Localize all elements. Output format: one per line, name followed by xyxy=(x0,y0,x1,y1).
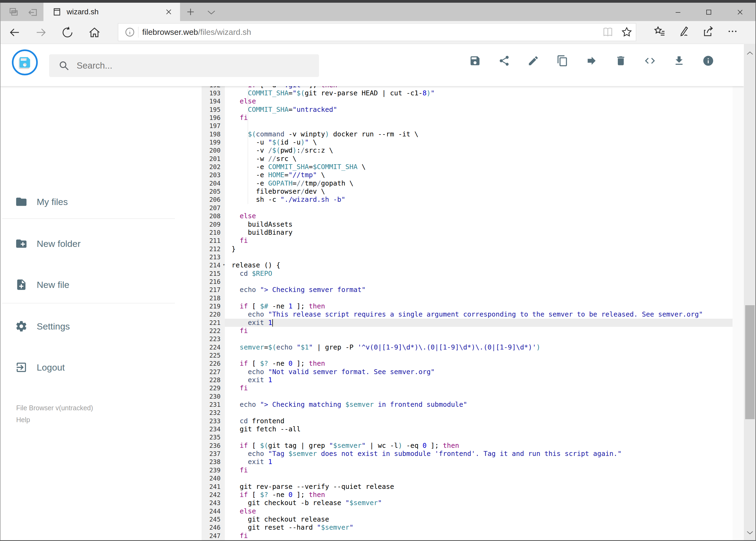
code-text[interactable]: git checkout release xyxy=(225,515,732,523)
tab-preview-chevron-icon[interactable] xyxy=(207,9,216,16)
code-line-222[interactable]: 222 fi xyxy=(202,327,732,335)
code-text[interactable] xyxy=(225,433,732,441)
scroll-up-icon[interactable] xyxy=(746,49,754,58)
scroll-down-icon[interactable] xyxy=(746,528,754,537)
annotate-pen-icon[interactable] xyxy=(677,25,690,38)
file-browser-logo[interactable] xyxy=(12,49,38,75)
code-line-239[interactable]: 239 fi xyxy=(202,466,732,474)
code-text[interactable]: $(command -v winpty) docker run --rm -it… xyxy=(225,130,732,138)
code-text[interactable]: -e GOPATH=//tmp/gopath \ xyxy=(225,179,732,188)
code-line-214[interactable]: 214▾release () { xyxy=(202,261,732,269)
code-text[interactable] xyxy=(225,409,732,417)
code-line-200[interactable]: 200 -v /$(pwd):/src:z \ xyxy=(202,146,732,155)
code-line-228[interactable]: 228 exit 1 xyxy=(202,376,732,384)
minimize-button[interactable] xyxy=(670,5,686,19)
code-line-243[interactable]: 243 git checkout -b release "$semver" xyxy=(202,499,732,507)
code-text[interactable]: -w //src \ xyxy=(225,155,732,163)
code-line-227[interactable]: 227 echo "Not valid semver format. See s… xyxy=(202,368,732,376)
code-text[interactable] xyxy=(225,392,732,400)
move-button[interactable] xyxy=(586,55,598,67)
code-text[interactable]: -u "$(id -u)" \ xyxy=(225,138,732,146)
code-line-224[interactable]: 224 semver=$(echo "$1" | grep -P '^v(0|[… xyxy=(202,343,732,351)
code-text[interactable] xyxy=(225,474,732,482)
code-text[interactable]: -v /$(pwd):/src:z \ xyxy=(225,146,732,155)
code-text[interactable]: buildAssets xyxy=(225,221,732,229)
code-line-226[interactable]: 226 if [ $? -ne 0 ]; then xyxy=(202,359,732,367)
page-scrollbar[interactable] xyxy=(744,44,756,541)
delete-button[interactable] xyxy=(615,55,627,67)
code-text[interactable]: cd frontend xyxy=(225,417,732,425)
code-line-219[interactable]: 219 if [ $# -ne 1 ]; then xyxy=(202,302,732,310)
code-text[interactable] xyxy=(225,204,732,212)
code-text[interactable]: fi xyxy=(225,114,732,122)
share-button[interactable] xyxy=(498,55,510,67)
code-line-247[interactable]: 247 fi xyxy=(202,532,732,540)
code-text[interactable]: fi xyxy=(225,384,732,392)
code-line-231[interactable]: 231 echo "> Checking matching $semver in… xyxy=(202,400,732,409)
code-line-212[interactable]: 212} xyxy=(202,245,732,253)
code-line-235[interactable]: 235 xyxy=(202,433,732,441)
code-line-201[interactable]: 201 -w //src \ xyxy=(202,155,732,163)
reading-view-icon[interactable] xyxy=(602,26,614,38)
code-text[interactable]: echo "Not valid semver format. See semve… xyxy=(225,368,732,376)
code-text[interactable]: -e HOME="//tmp" \ xyxy=(225,171,732,179)
code-text[interactable]: sh -c "./wizard.sh -b" xyxy=(225,196,732,204)
search-input[interactable] xyxy=(76,60,299,71)
code-text[interactable]: COMMIT_SHA="$(git rev-parse HEAD | cut -… xyxy=(225,89,732,97)
code-text[interactable]: exit 1 xyxy=(225,319,732,327)
code-text[interactable]: echo "Tag $semver does not exist in subm… xyxy=(225,450,732,458)
hub-favorites-icon[interactable] xyxy=(653,25,666,38)
code-text[interactable] xyxy=(225,253,732,261)
code-text[interactable] xyxy=(225,294,732,302)
code-text[interactable]: buildBinary xyxy=(225,229,732,237)
sidebar-item-logout[interactable]: Logout xyxy=(0,359,189,376)
code-line-223[interactable]: 223 xyxy=(202,335,732,343)
code-text[interactable]: echo "This release script requires a sin… xyxy=(225,310,732,318)
editor-scrollbar-track[interactable] xyxy=(732,86,744,541)
help-link[interactable]: Help xyxy=(16,416,30,424)
code-line-203[interactable]: 203 -e HOME="//tmp" \ xyxy=(202,171,732,179)
code-text[interactable] xyxy=(225,277,732,286)
code-text[interactable] xyxy=(225,335,732,343)
code-line-208[interactable]: 208 else xyxy=(202,212,732,220)
address-bar[interactable]: filebrowser.web/files/wizard.sh xyxy=(118,23,636,41)
code-editor[interactable]: 192 if [ -d ".git" ]; then193 COMMIT_SHA… xyxy=(202,86,732,541)
code-line-193[interactable]: 193 COMMIT_SHA="$(git rev-parse HEAD | c… xyxy=(202,89,732,97)
code-text[interactable]: if [ -d ".git" ]; then xyxy=(225,86,732,89)
code-text[interactable]: git checkout -b release "$semver" xyxy=(225,499,732,507)
code-line-192[interactable]: 192 if [ -d ".git" ]; then xyxy=(202,86,732,89)
forward-icon[interactable] xyxy=(35,26,48,39)
code-line-198[interactable]: 198 $(command -v winpty) docker run --rm… xyxy=(202,130,732,138)
code-line-230[interactable]: 230 xyxy=(202,392,732,400)
code-line-220[interactable]: 220 echo "This release script requires a… xyxy=(202,310,732,318)
code-line-211[interactable]: 211 fi xyxy=(202,237,732,245)
set-tabs-aside-icon[interactable] xyxy=(8,6,19,18)
maximize-button[interactable] xyxy=(701,5,717,19)
code-line-213[interactable]: 213 xyxy=(202,253,732,261)
code-text[interactable]: if [ $# -ne 1 ]; then xyxy=(225,302,732,310)
code-text[interactable]: git fetch --all xyxy=(225,425,732,433)
code-text[interactable]: exit 1 xyxy=(225,376,732,384)
code-line-234[interactable]: 234 git fetch --all xyxy=(202,425,732,433)
code-line-204[interactable]: 204 -e GOPATH=//tmp/gopath \ xyxy=(202,179,732,188)
code-line-236[interactable]: 236 if [ $(git tag | grep "$semver" | wc… xyxy=(202,442,732,450)
code-text[interactable]: } xyxy=(225,245,732,253)
code-line-221[interactable]: 221 exit 1 xyxy=(202,319,732,327)
search-box[interactable] xyxy=(49,54,319,77)
code-text[interactable]: exit 1 xyxy=(225,458,732,466)
code-text[interactable]: echo "> Checking matching $semver in fro… xyxy=(225,400,732,409)
code-text[interactable]: -e COMMIT_SHA=$COMMIT_SHA \ xyxy=(225,163,732,171)
info-button[interactable] xyxy=(702,55,714,67)
code-line-218[interactable]: 218 xyxy=(202,294,732,302)
code-text[interactable]: git reset --hard "$semver" xyxy=(225,523,732,532)
code-text[interactable]: echo "> Checking semver format" xyxy=(225,286,732,294)
code-text[interactable]: if [ $? -ne 0 ]; then xyxy=(225,359,732,367)
code-line-205[interactable]: 205 filebrowser/dev \ xyxy=(202,188,732,196)
new-tab-button[interactable] xyxy=(186,7,195,17)
site-info-icon[interactable] xyxy=(124,26,135,38)
code-text[interactable]: fi xyxy=(225,237,732,245)
code-line-244[interactable]: 244 else xyxy=(202,507,732,515)
code-text[interactable]: COMMIT_SHA="untracked" xyxy=(225,106,732,114)
code-text[interactable]: semver=$(echo "$1" | grep -P '^v(0|[1-9]… xyxy=(225,343,732,351)
scrollbar-thumb[interactable] xyxy=(745,305,755,419)
